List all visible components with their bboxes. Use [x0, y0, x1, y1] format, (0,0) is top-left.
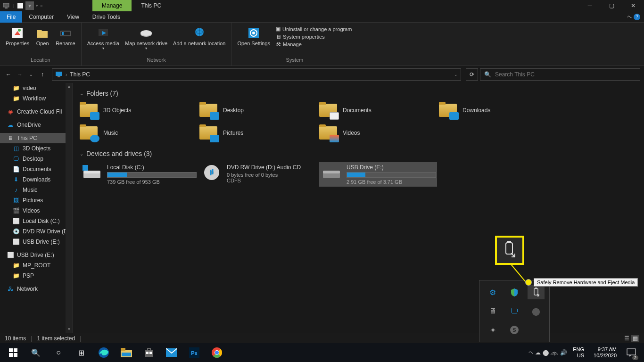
search-taskbar-button[interactable]: 🔍 — [25, 343, 47, 362]
rename-button[interactable]: Rename — [53, 25, 78, 47]
qat-overflow[interactable]: = — [40, 3, 43, 8]
sidebar-item-creative-cloud[interactable]: ◉Creative Cloud Fil — [0, 107, 73, 117]
dvd-icon: 💿 — [12, 228, 20, 235]
mail-button[interactable] — [160, 343, 183, 362]
sidebar-item-network[interactable]: 🖧Network — [0, 284, 73, 294]
help-icon[interactable]: ? — [634, 14, 640, 20]
meet-tray-icon[interactable]: ✦ — [484, 323, 501, 337]
manage-button[interactable]: 🛠Manage — [275, 41, 353, 48]
security-tray-icon[interactable] — [506, 285, 523, 299]
tray-overflow-button[interactable]: ヘ — [528, 349, 533, 356]
notifications-button[interactable]: 2 — [622, 343, 640, 362]
sidebar-item-workflow[interactable]: 📁Workflow — [0, 93, 73, 104]
sidebar-item-video[interactable]: 📁video — [0, 83, 73, 93]
back-button[interactable]: ← — [4, 70, 13, 79]
drive-usb-e[interactable]: USB Drive (E:) 2.91 GB free of 3.71 GB — [319, 162, 437, 187]
search-box[interactable]: 🔍 Search This PC — [480, 68, 640, 81]
sidebar-item-videos[interactable]: 🎬Videos — [0, 206, 73, 216]
sidebar-item-psp[interactable]: 📁PSP — [0, 271, 73, 281]
undo-qat-icon[interactable]: ▾ — [25, 1, 34, 10]
settings-tray-icon[interactable]: ⚙ — [484, 285, 501, 299]
sidebar-item-music[interactable]: ♪Music — [0, 185, 73, 195]
nav-bar: ← → ⌄ ↑ › This PC ⌄ ⟳ 🔍 Search This PC — [0, 66, 644, 83]
sidebar-item-thispc[interactable]: 🖥This PC — [0, 133, 73, 143]
monitor-tray-icon[interactable]: 🖥 — [484, 304, 501, 318]
sidebar-item-mproot[interactable]: 📁MP_ROOT — [0, 260, 73, 271]
start-button[interactable] — [2, 343, 25, 362]
scroll-down[interactable]: ▼ — [66, 326, 73, 333]
forward-button[interactable]: → — [15, 70, 25, 79]
lenovo-tray-icon[interactable]: ⬤ — [543, 349, 549, 356]
large-icons-view-button[interactable]: ▦ — [631, 335, 639, 342]
open-button[interactable]: Open — [32, 25, 53, 47]
computer-tab[interactable]: Computer — [22, 11, 60, 23]
open-settings-button[interactable]: Open Settings — [234, 25, 273, 47]
sidebar-item-3dobjects[interactable]: ◫3D Objects — [0, 143, 73, 154]
folder-documents[interactable]: Documents — [319, 102, 437, 119]
usb-icon: ⬜ — [7, 251, 14, 259]
sidebar-item-usb-root[interactable]: ⬜USB Drive (E:) — [0, 250, 73, 260]
view-tab[interactable]: View — [60, 11, 86, 23]
sidebar-item-downloads[interactable]: ⬇Downloads — [0, 174, 73, 185]
address-bar[interactable]: › This PC ⌄ — [52, 68, 461, 81]
edge-button[interactable] — [92, 343, 115, 362]
drives-section-header[interactable]: ⌄ Devices and drives (3) — [80, 150, 637, 157]
folders-section-header[interactable]: ⌄ Folders (7) — [80, 90, 637, 97]
wifi-tray-icon[interactable] — [551, 349, 558, 356]
folder-3dobjects[interactable]: 3D Objects — [80, 102, 198, 119]
obj-icon: ◫ — [12, 145, 20, 152]
drive-localdisk-c[interactable]: Local Disk (C:) 739 GB free of 953 GB — [80, 162, 198, 187]
thispc-qat-icon[interactable] — [2, 1, 10, 10]
close-button[interactable]: ✕ — [622, 0, 644, 11]
folder-music[interactable]: Music — [80, 124, 198, 141]
ribbon-collapse-icon[interactable]: ヘ — [627, 14, 632, 20]
sidebar-item-desktop[interactable]: 🖵Desktop — [0, 154, 73, 164]
folder-pictures[interactable]: Pictures — [199, 124, 317, 141]
folder-downloads[interactable]: Downloads — [439, 102, 557, 119]
map-network-drive-button[interactable]: Map network drive ▾ — [122, 25, 170, 51]
breadcrumb[interactable]: This PC — [70, 71, 90, 78]
system-properties-button[interactable]: 🖥System properties — [275, 33, 353, 40]
display-tray-icon[interactable]: 🖵 — [506, 304, 523, 318]
manage-tool-tab[interactable]: Manage — [92, 0, 132, 11]
sidebar-item-documents[interactable]: 📄Documents — [0, 164, 73, 174]
explorer-button[interactable] — [115, 343, 138, 362]
chrome-button[interactable] — [206, 343, 228, 362]
folder-videos[interactable]: Videos — [319, 124, 437, 141]
details-view-button[interactable]: ☰ — [624, 335, 629, 342]
scroll-up[interactable]: ▲ — [66, 83, 73, 90]
sidebar-item-usb[interactable]: ⬜USB Drive (E:) — [0, 237, 73, 247]
up-button[interactable]: ↑ — [38, 70, 47, 79]
cortana-button[interactable]: ○ — [47, 343, 70, 362]
onedrive-tray-icon[interactable]: ☁ — [535, 349, 541, 356]
properties-button[interactable]: Properties — [3, 25, 32, 47]
drive-dvd-d[interactable]: DVD RW Drive (D:) Audio CD 0 bytes free … — [199, 162, 317, 187]
eject-media-tray-icon[interactable] — [528, 285, 545, 299]
address-dropdown[interactable]: ⌄ — [454, 72, 458, 77]
folder-desktop[interactable]: Desktop — [199, 102, 317, 119]
recent-dropdown[interactable]: ⌄ — [26, 70, 36, 79]
drive-tools-tab[interactable]: Drive Tools — [86, 11, 127, 23]
file-tab[interactable]: File — [0, 11, 22, 23]
task-view-button[interactable]: ⊞ — [70, 343, 92, 362]
skype-tray-icon[interactable]: S — [506, 323, 523, 337]
volume-tray-icon[interactable]: 🔊 — [560, 349, 567, 356]
access-media-button[interactable]: Access media ▾ — [84, 25, 122, 51]
sidebar-item-dvd[interactable]: 💿DVD RW Drive (D — [0, 226, 73, 237]
svg-rect-34 — [148, 348, 150, 351]
add-network-location-button[interactable]: Add a network location — [170, 25, 228, 47]
taskbar-lang[interactable]: ENGUS — [569, 346, 588, 359]
minimize-button[interactable]: ─ — [579, 0, 601, 11]
svg-rect-50 — [507, 241, 511, 243]
properties-qat-icon[interactable] — [16, 1, 25, 10]
sidebar-item-onedrive[interactable]: ☁OneDrive — [0, 120, 73, 130]
sidebar-item-pictures[interactable]: 🖼Pictures — [0, 195, 73, 206]
refresh-button[interactable]: ⟳ — [466, 68, 478, 81]
store-button[interactable] — [138, 343, 160, 362]
maximize-button[interactable]: ▢ — [601, 0, 622, 11]
taskbar-clock[interactable]: 9:37 AM10/2/2020 — [590, 346, 620, 359]
graphics-tray-icon[interactable]: ⬤ — [528, 304, 545, 318]
sidebar-item-localdisk[interactable]: ⬜Local Disk (C:) — [0, 216, 73, 226]
photoshop-button[interactable]: Ps — [183, 343, 206, 362]
uninstall-program-button[interactable]: ▣Uninstall or change a program — [275, 25, 353, 33]
